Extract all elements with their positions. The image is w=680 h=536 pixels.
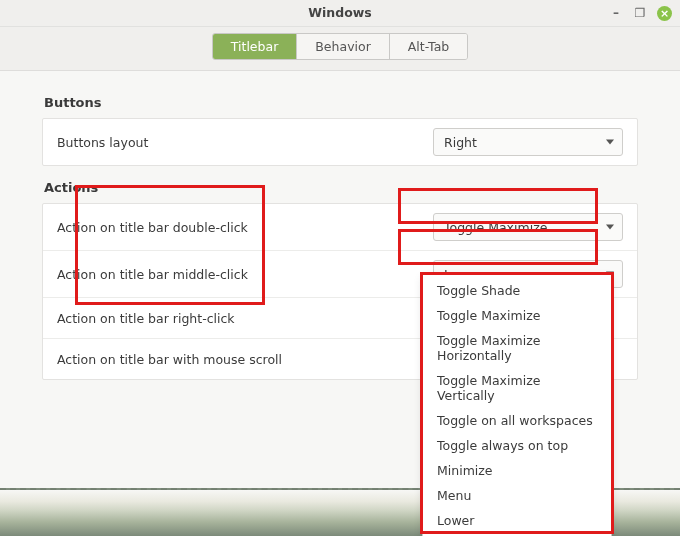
tab-bar: Titlebar Behavior Alt-Tab xyxy=(0,27,680,71)
row-label-double-click: Action on title bar double-click xyxy=(57,220,433,235)
tab-switcher: Titlebar Behavior Alt-Tab xyxy=(212,33,469,60)
dropdown-option[interactable]: Toggle Shade xyxy=(423,278,611,303)
window-titlebar: Windows – ❐ × xyxy=(0,0,680,27)
tab-alt-tab[interactable]: Alt-Tab xyxy=(390,34,467,59)
tab-titlebar[interactable]: Titlebar xyxy=(213,34,298,59)
row-label-middle-click: Action on title bar middle-click xyxy=(57,267,433,282)
tab-behavior[interactable]: Behavior xyxy=(297,34,390,59)
dropdown-option[interactable]: Toggle always on top xyxy=(423,433,611,458)
dropdown-option[interactable]: Minimize xyxy=(423,458,611,483)
maximize-icon[interactable]: ❐ xyxy=(633,6,647,20)
dropdown-option[interactable]: Menu xyxy=(423,483,611,508)
dropdown-option[interactable]: Toggle on all workspaces xyxy=(423,408,611,433)
window-title: Windows xyxy=(308,5,372,20)
combo-double-click[interactable]: Toggle Maximize xyxy=(433,213,623,241)
minimize-icon[interactable]: – xyxy=(609,6,623,20)
window-controls: – ❐ × xyxy=(609,0,672,26)
chevron-down-icon xyxy=(606,225,614,230)
row-action-double-click: Action on title bar double-click Toggle … xyxy=(43,204,637,251)
section-title-buttons: Buttons xyxy=(44,95,638,110)
close-icon[interactable]: × xyxy=(657,6,672,21)
row-label-buttons-layout: Buttons layout xyxy=(57,135,433,150)
combo-buttons-layout[interactable]: Right xyxy=(433,128,623,156)
dropdown-menu-right-click[interactable]: Toggle Shade Toggle Maximize Toggle Maxi… xyxy=(422,273,612,536)
dropdown-option[interactable]: Toggle Maximize xyxy=(423,303,611,328)
dropdown-option[interactable]: Lower xyxy=(423,508,611,533)
row-buttons-layout: Buttons layout Right xyxy=(43,119,637,165)
dropdown-option[interactable]: Toggle Maximize Horizontally xyxy=(423,328,611,368)
section-title-actions: Actions xyxy=(44,180,638,195)
combo-value-buttons-layout: Right xyxy=(444,135,477,150)
buttons-settings-list: Buttons layout Right xyxy=(42,118,638,166)
row-label-right-click: Action on title bar right-click xyxy=(57,311,433,326)
combo-value-double-click: Toggle Maximize xyxy=(444,220,547,235)
chevron-down-icon xyxy=(606,140,614,145)
dropdown-option[interactable]: Toggle Maximize Vertically xyxy=(423,368,611,408)
row-label-mouse-scroll: Action on title bar with mouse scroll xyxy=(57,352,433,367)
